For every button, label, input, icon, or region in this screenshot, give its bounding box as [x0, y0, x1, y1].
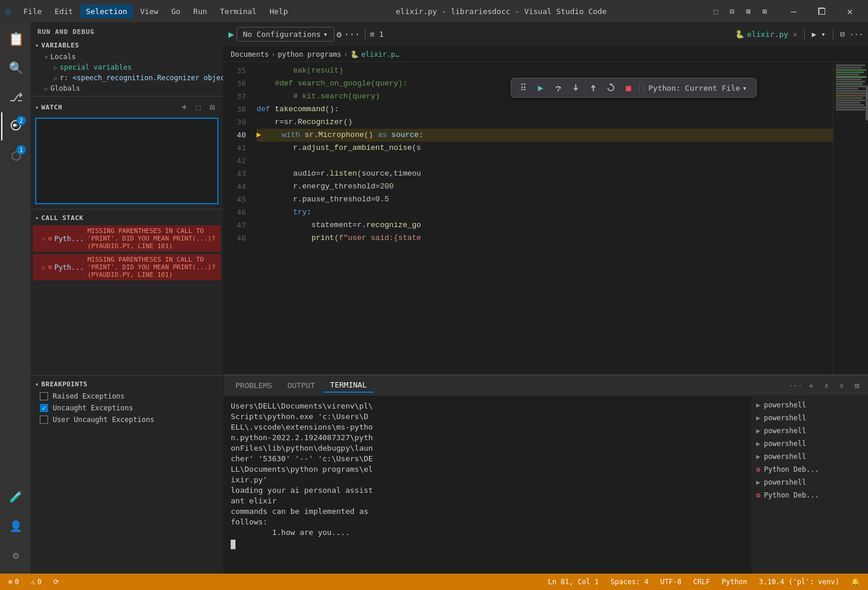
step-out-button[interactable]	[586, 81, 600, 95]
call-stack-item-1[interactable]: ▷ ⚙ Pyth... MISSING PARENTHESES IN CALL …	[33, 225, 221, 252]
close-button[interactable]: ✕	[836, 0, 863, 22]
breakpoints-label: BREAKPOINTS	[42, 380, 88, 388]
terminal-close-button[interactable]: ⊠	[850, 379, 863, 392]
uncaught-exceptions-checkbox[interactable]: ✓	[40, 404, 48, 412]
debug-run-play-icon: ▶	[228, 29, 234, 40]
layout-icon-2[interactable]: ⊟	[725, 4, 739, 18]
tab-terminal[interactable]: TERMINAL	[323, 378, 374, 393]
panel-item-powershell-4[interactable]: ▶ powershell	[751, 437, 868, 450]
minimize-button[interactable]: —	[780, 0, 807, 22]
stop-button[interactable]: ■	[621, 81, 635, 95]
watch-collapse-button[interactable]: ⬚	[193, 101, 204, 113]
status-indentation[interactable]: Spaces: 4	[607, 574, 652, 590]
menu-edit[interactable]: Edit	[49, 5, 78, 18]
variables-section-header[interactable]: ▾ VARIABLES	[30, 39, 223, 52]
menu-go[interactable]: Go	[165, 5, 186, 18]
activity-item-source-control[interactable]: ⎇	[1, 83, 29, 111]
activity-item-debug[interactable]: 2	[1, 112, 29, 140]
special-variables-item[interactable]: ▷ special variables	[30, 62, 223, 73]
status-python-version[interactable]: 3.10.4 ('pl': venv)	[756, 574, 843, 590]
terminal-output[interactable]: Users\DELL\Documents\virenv\pl\ Scripts\…	[224, 396, 751, 574]
status-cursor-position[interactable]: Ln 81, Col 1	[545, 574, 603, 590]
menu-terminal[interactable]: Terminal	[214, 5, 263, 18]
activity-item-search[interactable]: 🔍	[1, 54, 29, 82]
breadcrumb-python-programs[interactable]: python programs	[278, 50, 341, 59]
panel-item-powershell-2[interactable]: ▶ powershell	[751, 411, 868, 424]
panel-item-powershell-5[interactable]: ▶ powershell	[751, 450, 868, 463]
breakpoint-uncaught-exceptions[interactable]: ✓ Uncaught Exceptions	[30, 402, 223, 414]
step-over-button[interactable]	[551, 81, 565, 95]
terminal-tabs: PROBLEMS OUTPUT TERMINAL ··· + ∧ ∨ ⊠	[224, 375, 868, 396]
layout-icon-3[interactable]: ⊠	[741, 4, 756, 18]
globals-item[interactable]: ▷ Globals	[30, 83, 223, 94]
locals-item[interactable]: ▾ Locals	[30, 52, 223, 62]
code-text: r.pause_threshold=0.5	[257, 193, 389, 206]
watch-add-button[interactable]: +	[179, 101, 190, 113]
tab-output[interactable]: OUTPUT	[281, 379, 322, 392]
code-line-46: try:	[257, 206, 833, 219]
status-debug-icon[interactable]: ⟳	[50, 574, 63, 590]
activity-item-settings[interactable]: ⚙	[1, 541, 29, 569]
breakpoint-raised-exceptions[interactable]: Raised Exceptions	[30, 390, 223, 402]
status-language[interactable]: Python	[718, 574, 750, 590]
debug-config-label[interactable]: Python: Current File ▾	[643, 84, 751, 92]
debug-more-icon[interactable]: ···	[344, 29, 360, 40]
tab-close-button[interactable]: ×	[793, 30, 797, 39]
code-editor[interactable]: eak(result) #def search_on_google(query)…	[252, 62, 833, 375]
menu-run[interactable]: Run	[187, 5, 213, 18]
panel-item-powershell-1[interactable]: ▶ powershell	[751, 399, 868, 411]
menu-file[interactable]: File	[18, 5, 47, 18]
raised-exceptions-checkbox[interactable]	[40, 392, 48, 400]
breadcrumb-tab-filename[interactable]: 🐍 elixir.py	[735, 30, 788, 39]
status-warning[interactable]: ⚠ 0	[27, 574, 45, 590]
run-file-button[interactable]: ▶	[812, 30, 816, 39]
debug-config-selector[interactable]: No Configurations ▾	[237, 27, 334, 42]
r-variable-item[interactable]: ▷ r: <speech_recognition.Recognizer obje…	[30, 73, 223, 83]
activity-item-explorer[interactable]: 📋	[1, 25, 29, 53]
terminal-new-button[interactable]: +	[805, 379, 818, 392]
menu-view[interactable]: View	[134, 5, 164, 18]
breakpoint-user-uncaught[interactable]: User Uncaught Exceptions	[30, 414, 223, 426]
terminal-more-icon[interactable]: ···	[789, 381, 802, 390]
layout-icon-1[interactable]: ⬚	[709, 4, 723, 18]
run-dropdown-button[interactable]: ▾	[821, 30, 826, 39]
status-error[interactable]: ⊗ 0	[5, 574, 22, 590]
panel-item-powershell-3[interactable]: ▶ powershell	[751, 424, 868, 437]
restart-button[interactable]	[604, 81, 618, 95]
user-uncaught-checkbox[interactable]	[40, 416, 48, 424]
layout-icon-4[interactable]: ⊞	[758, 4, 772, 18]
step-into-button[interactable]	[569, 81, 583, 95]
terminal-line-7: LL\Documents\python programs\el	[231, 464, 744, 475]
menu-selection[interactable]: Selection	[80, 5, 133, 18]
error-icon: ⊗	[8, 578, 12, 586]
breakpoints-header[interactable]: ▾ BREAKPOINTS	[30, 378, 223, 390]
terminal-split-button[interactable]: ∧	[820, 379, 833, 392]
status-line-ending[interactable]: CRLF	[689, 574, 713, 590]
config-chevron-icon: ▾	[743, 84, 747, 92]
breadcrumb-filename[interactable]: elixir.p…	[361, 50, 399, 59]
call-stack-item-2[interactable]: ▷ ⚙ Pyth... MISSING PARENTHESES IN CALL …	[33, 254, 221, 280]
split-editor-button[interactable]: ⊟	[840, 30, 845, 39]
panel-item-python-debug-2[interactable]: ⚙ Python Deb...	[751, 489, 868, 502]
tab-problems[interactable]: PROBLEMS	[228, 379, 279, 392]
debug-gear-icon[interactable]: ⚙	[337, 29, 342, 40]
continue-button[interactable]: ▶	[534, 81, 548, 95]
activity-item-accounts[interactable]: 👤	[1, 512, 29, 540]
call-stack-header[interactable]: ▾ CALL STACK	[30, 212, 223, 224]
status-notifications[interactable]: 🔔	[848, 574, 863, 590]
status-encoding[interactable]: UTF-8	[657, 574, 685, 590]
maximize-button[interactable]: ⧠	[808, 0, 835, 22]
more-actions-button[interactable]: ···	[850, 30, 863, 39]
drag-handle-icon[interactable]: ⠿	[516, 81, 530, 95]
editor-content[interactable]: 35 36 37 38 39 40 41 42 43 44 45 46 47 4…	[224, 62, 868, 375]
panel-item-python-debug-1[interactable]: ⚙ Python Deb...	[751, 463, 868, 476]
watch-remove-all-button[interactable]: ⊡	[207, 101, 218, 113]
panel-item-powershell-6[interactable]: ▶ powershell	[751, 476, 868, 489]
breadcrumb-documents[interactable]: Documents	[231, 50, 269, 59]
special-variables-label: special variables	[60, 63, 132, 71]
terminal-minimize-button[interactable]: ∨	[835, 379, 848, 392]
menu-help[interactable]: Help	[264, 5, 293, 18]
activity-item-extensions[interactable]: ⬡ 1	[1, 142, 29, 170]
minimap-scrollbar[interactable]	[866, 85, 868, 121]
activity-item-testing[interactable]: 🧪	[1, 482, 29, 510]
